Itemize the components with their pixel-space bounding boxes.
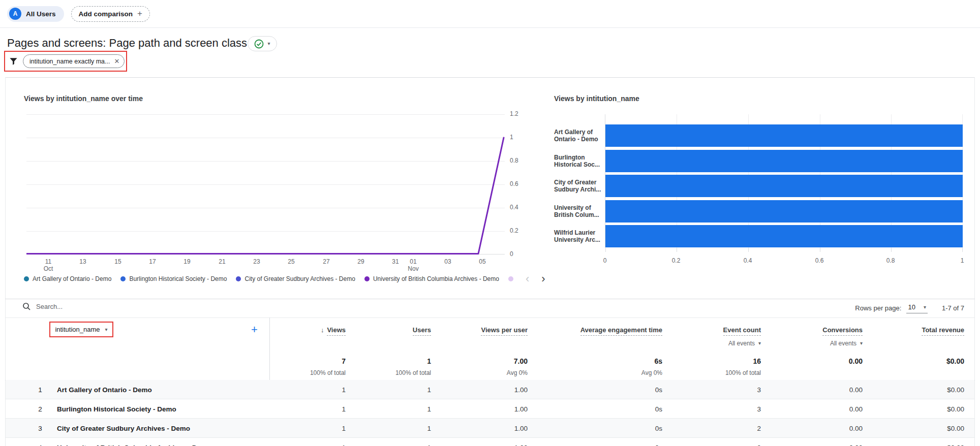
table-pager: Rows per page: 10 ▾ 1-7 of 7 (855, 302, 964, 313)
x-axis-tick: 1 (952, 257, 972, 264)
legend-dot (364, 276, 370, 281)
x-axis-tick: 27 (315, 258, 338, 265)
add-column-button[interactable]: + (251, 323, 258, 336)
event-count-filter[interactable]: All events ▾ (728, 340, 761, 347)
total-revenue: $0.00 (946, 357, 964, 365)
pagination-count: 1-7 of 7 (942, 304, 964, 312)
legend-next-button[interactable]: › (541, 273, 545, 284)
legend-item[interactable]: University of British Columbia Archives … (364, 275, 499, 282)
column-header-views[interactable]: ↓ Views (321, 326, 346, 336)
total-avg-engagement: 6s (654, 357, 662, 365)
search-icon (22, 302, 31, 311)
sort-desc-icon: ↓ (321, 326, 324, 334)
dimension-select-chip[interactable]: intitution_name ▾ (49, 322, 113, 337)
x-axis-tick: 17 (141, 258, 164, 265)
bar-sudbury (605, 175, 963, 197)
audience-avatar: A (9, 8, 21, 20)
total-avg-engagement-sub: Avg 0% (641, 369, 662, 376)
plus-icon: + (137, 9, 142, 19)
column-header-conversions[interactable]: Conversions (822, 326, 863, 336)
all-users-chip[interactable]: A All Users (7, 6, 64, 22)
total-users: 1 (427, 357, 431, 365)
total-event-count-sub: 100% of total (725, 369, 761, 376)
line-chart-title: Views by intitution_name over time (24, 94, 143, 103)
column-header-views-per-user[interactable]: Views per user (481, 326, 528, 336)
y-axis-label: 0 (510, 250, 513, 258)
card-top-border (5, 77, 975, 78)
filter-annotation-box: intitution_name exactly ma... ✕ (4, 51, 127, 72)
legend-item[interactable]: Burlington Historical Society - Demo (120, 275, 227, 282)
column-header-avg-engagement[interactable]: Average engagement time (580, 326, 662, 336)
legend-item[interactable]: City of Greater Sudbury Archives - Demo (236, 275, 355, 282)
column-header-users[interactable]: Users (413, 326, 431, 336)
legend-dot-faded (508, 276, 513, 281)
total-views-per-user: 7.00 (514, 357, 528, 365)
x-axis-tick: 25 (280, 258, 302, 265)
bar-category-label: Art Gallery ofOntario - Demo (554, 129, 603, 143)
rows-per-page-select[interactable]: 10 ▾ (906, 302, 928, 313)
table-top-divider (5, 299, 975, 299)
legend-item[interactable]: Art Gallery of Ontario - Demo (24, 275, 111, 282)
axis-tick-mark (962, 248, 963, 252)
table-row[interactable]: 4 University of British Columbia Archive… (6, 438, 974, 446)
total-users-sub: 100% of total (395, 369, 431, 376)
bar-category-label: City of GreaterSudbury Archi... (554, 179, 603, 193)
axis-tick-mark (748, 248, 749, 252)
legend-item-truncated[interactable] (508, 276, 513, 281)
total-views-sub: 100% of total (310, 369, 346, 376)
line-chart-plot (26, 114, 505, 254)
all-users-label: All Users (26, 10, 56, 18)
y-axis-label: 1 (510, 134, 513, 141)
x-axis-tick: 11Oct (37, 258, 59, 272)
add-comparison-label: Add comparison (79, 10, 133, 18)
bar-category-label: University ofBritish Colum... (554, 204, 603, 218)
x-axis-tick: 0 (595, 257, 615, 264)
x-axis-tick: 15 (107, 258, 129, 265)
caret-down-icon: ▾ (758, 341, 761, 346)
table-search (22, 302, 250, 311)
x-axis-tick: 23 (246, 258, 268, 265)
caret-down-icon: ▾ (860, 341, 863, 346)
total-views-per-user-sub: Avg 0% (507, 369, 528, 376)
legend-prev-button[interactable]: ‹ (526, 273, 529, 284)
legend-dot (120, 276, 126, 281)
caret-down-icon: ▾ (924, 305, 926, 310)
legend-dot (24, 276, 29, 281)
table-row[interactable]: 2 Burlington Historical Society - Demo 1… (6, 399, 974, 419)
y-axis-label: 1.2 (510, 110, 518, 117)
caret-down-icon: ▾ (267, 41, 270, 46)
x-axis-tick: 19 (176, 258, 198, 265)
line-series-svg (26, 114, 505, 254)
legend-dot (236, 276, 241, 281)
column-header-total-revenue[interactable]: Total revenue (922, 326, 964, 336)
table-row[interactable]: 1 Art Gallery of Ontario - Demo 1 1 1.00… (6, 380, 974, 399)
axis-tick-mark (820, 248, 820, 252)
y-axis-label: 0.8 (510, 157, 518, 164)
close-icon[interactable]: ✕ (114, 57, 119, 65)
search-input[interactable] (36, 303, 250, 310)
total-event-count: 16 (753, 357, 761, 365)
x-axis-tick: 0.6 (809, 257, 830, 264)
table-header-divider (5, 317, 975, 318)
add-comparison-button[interactable]: Add comparison + (71, 6, 150, 22)
axis-tick-mark (891, 248, 892, 252)
axis-tick-mark (605, 248, 606, 252)
bar-chart-plot (605, 114, 962, 248)
bar-category-label: BurlingtonHistorical Soc... (554, 154, 603, 168)
page-title: Pages and screens: Page path and screen … (7, 37, 247, 50)
column-header-event-count[interactable]: Event count (723, 326, 761, 336)
x-axis-tick: 01Nov (402, 258, 424, 272)
bar-wilfrid-laurier (605, 225, 963, 247)
check-circle-icon (254, 39, 264, 49)
table-row[interactable]: 3 City of Greater Sudbury Archives - Dem… (6, 419, 974, 438)
report-status-pill[interactable]: ▾ (248, 36, 277, 51)
bar-category-label: Wilfrid LaurierUniversity Arc... (554, 229, 603, 243)
conversions-filter[interactable]: All events ▾ (830, 340, 863, 347)
y-axis-label: 0.2 (510, 227, 518, 234)
bar-burlington (605, 150, 963, 172)
filter-chip[interactable]: intitution_name exactly ma... ✕ (23, 54, 125, 68)
series-line-university-of-british-columbia (26, 138, 504, 254)
bar-chart-title: Views by intitution_name (554, 94, 639, 103)
filter-chip-label: intitution_name exactly ma... (29, 58, 110, 65)
x-axis-tick: 21 (211, 258, 233, 265)
